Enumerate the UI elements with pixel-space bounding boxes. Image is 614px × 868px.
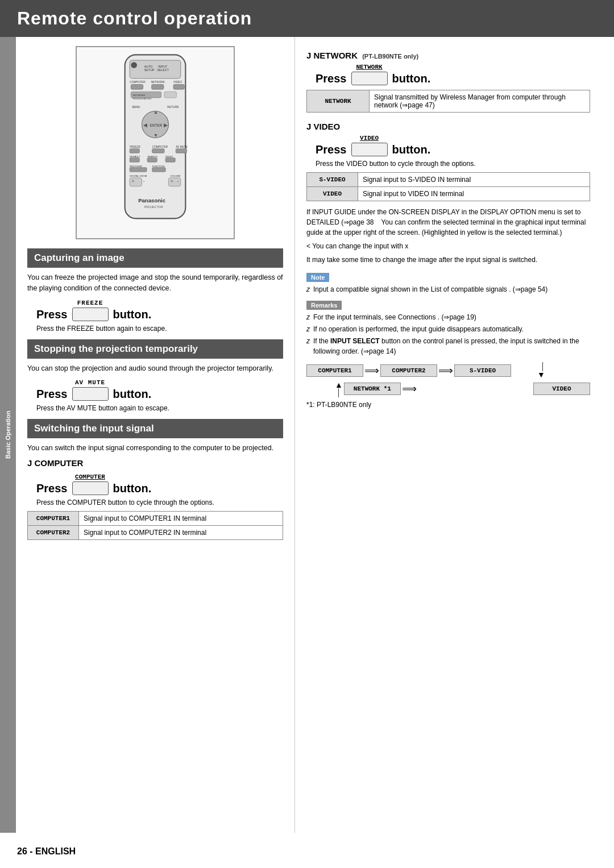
down-arrow: ▼: [537, 370, 545, 379]
svg-text:DEFAULT: DEFAULT: [130, 155, 140, 158]
svg-rect-1: [130, 60, 181, 78]
video-value: Signal input to VIDEO IN terminal: [358, 187, 590, 201]
network-pt-note: (PT-LB90NTE only): [362, 53, 418, 60]
avmute-press-label: Press: [36, 388, 68, 401]
svg-text:+: +: [171, 178, 173, 184]
network-value: Signal transmitted by Wireless Manager f…: [370, 90, 590, 113]
video-button-label: VIDEO: [360, 135, 379, 142]
svg-text:RETURN: RETURN: [167, 106, 179, 109]
signal-svideo: S-VIDEO: [454, 364, 511, 377]
svg-text:SELECT: SELECT: [157, 68, 169, 72]
remarks-item-1: For the input terminals, see Connections…: [306, 312, 590, 322]
network-button-suffix: button.: [392, 72, 431, 85]
switching-section-header: Switching the input signal: [27, 419, 283, 438]
up-arrow-container: ▲: [306, 380, 343, 397]
svg-text:COMPUTER: COMPUTER: [130, 81, 146, 84]
network-button-label: NETWORK: [356, 64, 382, 70]
svg-text:▲: ▲: [154, 109, 158, 115]
page-footer: 26 - ENGLISH: [17, 846, 76, 857]
arrow-back: ⟸: [402, 383, 417, 395]
freeze-button-suffix: button.: [113, 308, 152, 321]
svg-text:Panasonic: Panasonic: [138, 197, 166, 203]
side-tab-label: Basic Operation: [5, 411, 11, 459]
video-table: S-VIDEO Signal input to S-VIDEO IN termi…: [306, 172, 590, 201]
side-tab: Basic Operation: [0, 37, 16, 833]
network-press-label: Press: [316, 72, 347, 85]
computer-press-label: Press: [36, 482, 68, 495]
computer-button-rect[interactable]: [72, 481, 109, 495]
page-header: Remote control operation: [0, 0, 614, 37]
svg-text:PRESENTATION: PRESENTATION: [133, 97, 151, 100]
svg-point-2: [131, 62, 137, 68]
input-change-text: < You can change the input with x: [306, 241, 590, 251]
svg-text:MENU: MENU: [132, 106, 140, 109]
switching-description: You can switch the input signal correspo…: [27, 443, 283, 454]
signal-bottom-row: ▲ NETWORK *1 ⟸ VIDEO: [306, 380, 590, 397]
stopping-title: Stopping the projection temporarily: [34, 343, 198, 354]
stopping-description: You can stop the projection and audio so…: [27, 363, 283, 374]
signal-computer1: COMPUTER1: [306, 364, 363, 377]
video-heading: J VIDEO: [306, 122, 590, 131]
table-row: VIDEO Signal input to VIDEO IN terminal: [307, 187, 590, 201]
capturing-title: Capturing an image: [34, 252, 125, 263]
remote-control-image: AUTO SETUP INPUT SELECT COMPUTER NETWORK…: [76, 46, 235, 239]
stopping-section-header: Stopping the projection temporarily: [27, 339, 283, 359]
computer2-value: Signal input to COMPUTER2 IN terminal: [79, 526, 283, 540]
svg-text:FREEZE: FREEZE: [130, 146, 140, 148]
computer-button-stack: COMPUTER: [72, 474, 109, 495]
svg-rect-10: [131, 85, 143, 90]
remarks-label: Remarks: [306, 301, 342, 310]
svideo-value: Signal input to S-VIDEO IN terminal: [358, 173, 590, 187]
avmute-button-suffix: button.: [113, 388, 152, 401]
network-heading: J NETWORK (PT-LB90NTE only): [306, 51, 590, 60]
signal-top-row: COMPUTER1 ⟹ COMPUTER2 ⟹ S-VIDEO ▼: [306, 362, 590, 379]
freeze-escape-text: Press the FREEZE button again to escape.: [36, 325, 283, 333]
avmute-button-rect[interactable]: [72, 387, 109, 401]
arrow-2: ⟹: [438, 364, 453, 377]
svg-text:-: -: [143, 178, 145, 184]
computer-heading: J COMPUTER: [27, 458, 283, 468]
input-time-text: It may take some time to change the imag…: [306, 255, 590, 265]
svg-rect-39: [130, 168, 147, 172]
capturing-section-header: Capturing an image: [27, 248, 283, 268]
video-button-rect[interactable]: [351, 143, 388, 156]
svg-text:DIGITAL ZOOM: DIGITAL ZOOM: [130, 175, 147, 177]
svg-rect-36: [165, 158, 175, 162]
network-heading-text: J NETWORK: [306, 51, 358, 60]
input-guide-text: If INPUT GUIDE under the ON-SCREEN DISPL…: [306, 207, 590, 238]
avmute-button-label: AV MUTE: [75, 379, 105, 386]
video-button-stack: VIDEO: [351, 135, 388, 156]
remarks-item-2: If no operation is performed, the input …: [306, 324, 590, 334]
video-button-suffix: button.: [392, 143, 431, 156]
network-press-row: Press NETWORK button.: [316, 64, 590, 85]
left-column: AUTO SETUP INPUT SELECT COMPUTER NETWORK…: [16, 37, 294, 833]
video-press-label: Press: [316, 143, 347, 156]
svg-rect-28: [130, 149, 139, 153]
freeze-button-stack: FREEZE: [72, 300, 109, 321]
svg-text:VIDEO: VIDEO: [173, 81, 182, 84]
remarks-content: For the input terminals, see Connections…: [306, 312, 590, 356]
note-content: Input a compatible signal shown in the L…: [306, 284, 590, 294]
svg-text:AV MUTE: AV MUTE: [176, 146, 188, 148]
svg-rect-34: [130, 158, 139, 162]
table-row: S-VIDEO Signal input to S-VIDEO IN termi…: [307, 173, 590, 187]
freeze-button-label: FREEZE: [77, 300, 103, 306]
network-table: NETWORK Signal transmitted by Wireless M…: [306, 90, 590, 113]
note-label: Note: [306, 273, 329, 282]
down-arrow-container: ▼: [512, 362, 545, 379]
network-button-stack: NETWORK: [351, 64, 388, 85]
computer-button-suffix: button.: [113, 482, 152, 495]
computer1-value: Signal input to COMPUTER1 IN terminal: [79, 512, 283, 526]
up-line: [338, 388, 339, 397]
network-button-rect[interactable]: [351, 72, 388, 85]
svg-rect-40: [152, 168, 165, 172]
page-number: 26 - ENGLISH: [17, 846, 76, 856]
freeze-button-rect[interactable]: [72, 308, 109, 321]
svg-text:FUNCTION: FUNCTION: [152, 165, 165, 168]
computer-button-label: COMPUTER: [75, 474, 105, 480]
svg-text:INPUT: INPUT: [158, 65, 168, 68]
svg-rect-12: [173, 85, 184, 90]
video-press-row: Press VIDEO button.: [316, 135, 590, 156]
network-label: NETWORK: [307, 90, 370, 113]
signal-video: VIDEO: [533, 383, 590, 395]
